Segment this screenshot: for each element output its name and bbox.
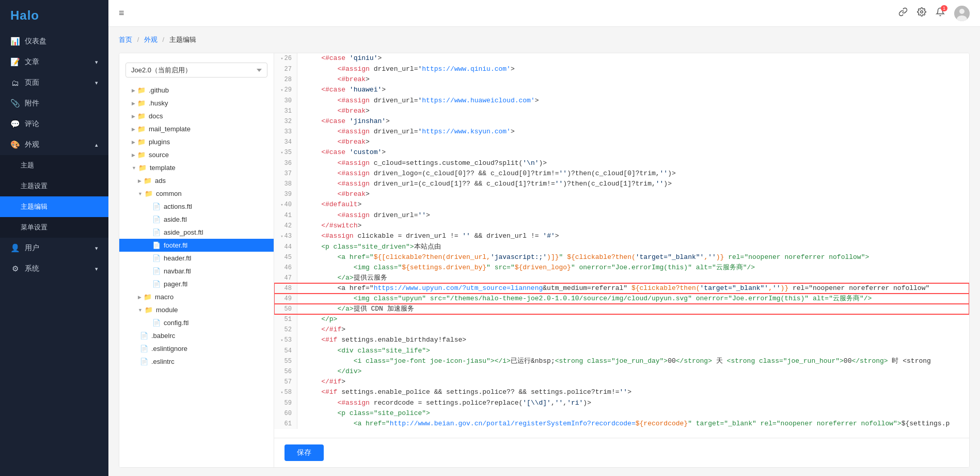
line-content: </div>	[297, 366, 969, 377]
tree-item-plugins[interactable]: plugins	[119, 135, 274, 148]
sidebar-item-menu-settings[interactable]: 菜单设置	[0, 217, 108, 238]
tree-item-babelrc[interactable]: 📄 .babelrc	[119, 329, 274, 342]
sidebar-item-articles[interactable]: 📝 文章 ▾	[0, 52, 108, 72]
breadcrumb-home[interactable]: 首页	[119, 36, 132, 43]
sidebar-item-theme-editor[interactable]: 主题编辑	[0, 196, 108, 217]
svg-point-0	[921, 11, 923, 13]
code-editor-container: ▾26 <#case 'qiniu'>27 <#assign driven_ur…	[274, 53, 969, 467]
line-number: 34	[274, 137, 297, 147]
code-line: 38 <#assign driven_url=(c_cloud[1]?? && …	[274, 179, 969, 189]
sidebar-item-dashboard[interactable]: 📊 仪表盘	[0, 31, 108, 52]
save-button[interactable]: 保存	[284, 444, 324, 461]
tree-item-aside-post-ftl[interactable]: 📄 aside_post.ftl	[119, 226, 274, 239]
settings-icon[interactable]	[917, 7, 926, 19]
code-line: 31 <#break>	[274, 106, 969, 116]
chevron-right-icon	[132, 126, 135, 132]
code-line: ▾53 <#if settings.enable_birthday!false>	[274, 335, 969, 346]
tree-item-common[interactable]: common	[119, 187, 274, 200]
code-line: ▾29 <#case 'huawei'>	[274, 85, 969, 96]
sidebar-item-label: 附件	[25, 99, 39, 108]
tree-item-eslintignore[interactable]: 📄 .eslintignore	[119, 342, 274, 355]
file-icon: 📄	[140, 332, 148, 340]
code-line: 54 <div class="site_life">	[274, 346, 969, 356]
line-number: 31	[274, 106, 297, 116]
sidebar-item-comments[interactable]: 💬 评论	[0, 114, 108, 134]
menu-toggle-icon[interactable]: ≡	[119, 8, 124, 19]
theme-selector[interactable]: Joe2.0（当前启用）	[125, 63, 267, 78]
tree-item-template[interactable]: template	[119, 161, 274, 174]
users-icon: 👤	[10, 243, 20, 253]
tree-item-header-ftl[interactable]: 📄 header.ftl	[119, 252, 274, 265]
line-content: <#assign driven_url='https://www.huaweic…	[297, 96, 969, 106]
line-number: 41	[274, 210, 297, 221]
avatar[interactable]	[954, 6, 970, 21]
tree-item-footer-ftl[interactable]: 📄 footer.ftl	[119, 239, 274, 252]
articles-icon: 📝	[10, 57, 20, 67]
sidebar-item-pages[interactable]: 🗂 页面 ▾	[0, 72, 108, 93]
sidebar-item-label: 用户	[25, 243, 39, 253]
tree-item-source[interactable]: source	[119, 148, 274, 161]
line-number: 37	[274, 168, 297, 179]
line-number: 36	[274, 158, 297, 168]
tree-item-github[interactable]: .github	[119, 84, 274, 97]
page-content: 首页 / 外观 / 主题编辑 Joe2.0（当前启用） .github	[108, 27, 980, 476]
line-number: 44	[274, 242, 297, 252]
line-number: ▾43	[274, 231, 297, 242]
file-icon: 📄	[152, 228, 161, 236]
line-number: 39	[274, 189, 297, 199]
folder-icon	[138, 164, 147, 172]
chevron-down-icon	[138, 307, 143, 313]
chevron-down-icon: ▾	[95, 245, 98, 252]
file-tree: Joe2.0（当前启用） .github .husky docs	[119, 53, 274, 467]
sidebar-item-label: 主题设置	[21, 181, 48, 191]
breadcrumb-appearance[interactable]: 外观	[144, 36, 157, 43]
link-icon[interactable]	[898, 7, 908, 19]
chevron-down-icon: ▾	[95, 266, 98, 272]
line-content: <#default>	[297, 199, 969, 210]
code-line: 30 <#assign driven_url='https://www.huaw…	[274, 96, 969, 106]
sidebar-item-label: 主题编辑	[21, 202, 48, 211]
topbar-actions: 1	[898, 6, 970, 21]
tree-item-module[interactable]: module	[119, 303, 274, 316]
notification-icon[interactable]: 1	[936, 7, 945, 19]
tree-item-config-ftl[interactable]: 📄 config.ftl	[119, 316, 274, 329]
tree-item-aside-ftl[interactable]: 📄 aside.ftl	[119, 213, 274, 226]
line-number: 28	[274, 74, 297, 85]
tree-item-navbar-ftl[interactable]: 📄 navbar.ftl	[119, 265, 274, 278]
code-line: 28 <#break>	[274, 74, 969, 85]
code-editor[interactable]: ▾26 <#case 'qiniu'>27 <#assign driven_ur…	[274, 53, 969, 438]
line-content: </a>提供 CDN 加速服务	[297, 304, 969, 314]
tree-item-docs[interactable]: docs	[119, 110, 274, 122]
sidebar-item-system[interactable]: ⚙ 系统 ▾	[0, 258, 108, 279]
file-icon: 📄	[140, 358, 148, 365]
line-content: <#assign driven_url='https://www.qiniu.c…	[297, 64, 969, 74]
tree-item-actions-ftl[interactable]: 📄 actions.ftl	[119, 200, 274, 213]
tree-item-ads[interactable]: ads	[119, 174, 274, 187]
line-content: <#break>	[297, 74, 969, 85]
sidebar-item-label: 评论	[25, 119, 39, 129]
app-logo: Halo	[0, 0, 108, 31]
line-content: <#break>	[297, 137, 969, 147]
tree-item-pager-ftl[interactable]: 📄 pager.ftl	[119, 278, 274, 290]
tree-item-eslintrc[interactable]: 📄 .eslintrc	[119, 355, 274, 368]
sidebar-item-attachments[interactable]: 📎 附件	[0, 93, 108, 114]
folder-icon	[137, 86, 146, 94]
line-number: 51	[274, 314, 297, 325]
tree-item-husky[interactable]: .husky	[119, 97, 274, 110]
sidebar-item-theme-settings[interactable]: 主题设置	[0, 176, 108, 196]
line-number: ▾29	[274, 85, 297, 96]
sidebar-item-users[interactable]: 👤 用户 ▾	[0, 238, 108, 258]
code-line: 46 <img class="${settings.driven_by}" sr…	[274, 263, 969, 273]
sidebar-item-themes[interactable]: 主题	[0, 155, 108, 176]
tree-item-macro[interactable]: macro	[119, 290, 274, 303]
folder-icon	[145, 306, 153, 314]
file-icon: 📄	[140, 345, 148, 352]
line-number: 56	[274, 366, 297, 377]
file-icon: 📄	[152, 254, 161, 262]
folder-icon	[144, 177, 152, 185]
sidebar-item-appearance[interactable]: 🎨 外观 ▴	[0, 134, 108, 155]
line-number: 33	[274, 127, 297, 137]
line-number: 42	[274, 221, 297, 231]
tree-item-mail-template[interactable]: mail_template	[119, 122, 274, 135]
line-number: ▾35	[274, 147, 297, 158]
